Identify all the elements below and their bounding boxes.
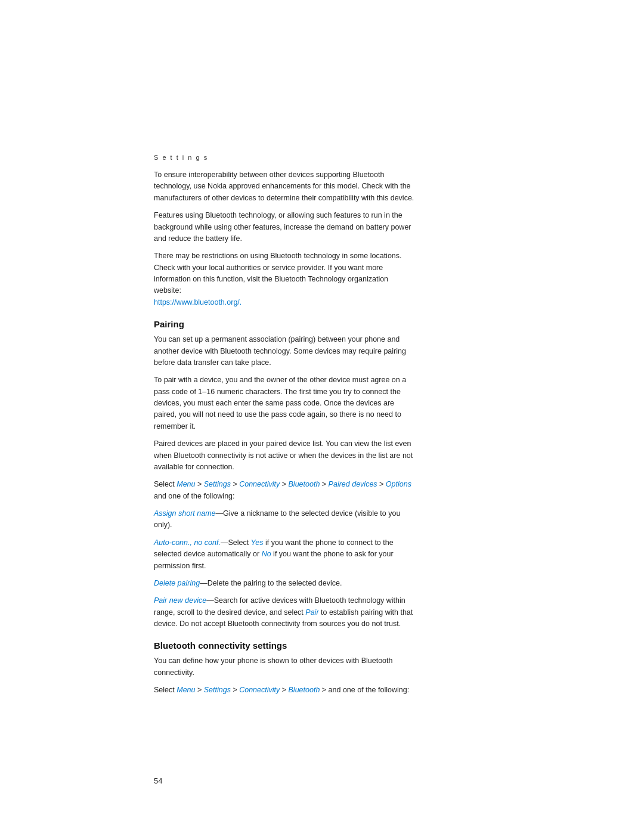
paired-devices-link[interactable]: Paired devices [329,480,377,488]
intro-paragraph-3: There may be restrictions on using Bluet… [154,250,416,308]
yes-link[interactable]: Yes [251,538,264,547]
pairing-paragraph-3: Paired devices are placed in your paired… [154,438,416,473]
bluetooth-select-line: Select Menu > Settings > Connectivity > … [154,685,416,696]
bluetooth-paragraph-1: You can define how your phone is shown t… [154,655,416,679]
delete-pairing-link[interactable]: Delete pairing [154,579,200,587]
pairing-paragraph-1: You can set up a permanent association (… [154,334,416,368]
options-link[interactable]: Options [386,480,411,488]
page-number: 54 [154,776,162,785]
option-assign-short-name: Assign short name—Give a nickname to the… [154,508,416,531]
bluetooth-link-2[interactable]: Bluetooth [289,686,320,694]
menu-link-2[interactable]: Menu [177,686,195,694]
option-auto-conn: Auto-conn., no conf.—Select Yes if you w… [154,537,416,572]
pair-new-device-link[interactable]: Pair new device [154,596,206,605]
intro-paragraph-1: To ensure interoperability between other… [154,169,416,204]
settings-link-2[interactable]: Settings [204,686,231,694]
pairing-select-line: Select Menu > Settings > Connectivity > … [154,479,416,502]
bluetooth-org-link[interactable]: https://www.bluetooth.org/. [154,298,242,306]
connectivity-link-2[interactable]: Connectivity [239,686,280,694]
menu-link-1[interactable]: Menu [177,480,195,488]
no-link[interactable]: No [262,550,271,558]
pairing-heading: Pairing [154,319,416,329]
content-area: S e t t i n g s To ensure interoperabili… [154,154,416,702]
settings-link-1[interactable]: Settings [204,480,231,488]
bluetooth-link-1[interactable]: Bluetooth [289,480,320,488]
assign-short-name-link[interactable]: Assign short name [154,509,216,518]
section-label: S e t t i n g s [154,154,416,161]
bluetooth-connectivity-heading: Bluetooth connectivity settings [154,640,416,651]
connectivity-link-1[interactable]: Connectivity [239,480,280,488]
auto-conn-link[interactable]: Auto-conn., no conf. [154,538,221,547]
option-pair-new-device: Pair new device—Search for active device… [154,595,416,630]
pairing-paragraph-2: To pair with a device, you and the owner… [154,374,416,432]
intro-paragraph-2: Features using Bluetooth technology, or … [154,210,416,244]
option-delete-pairing: Delete pairing—Delete the pairing to the… [154,578,416,589]
pair-link[interactable]: Pair [305,608,318,617]
page: S e t t i n g s To ensure interoperabili… [0,0,644,833]
